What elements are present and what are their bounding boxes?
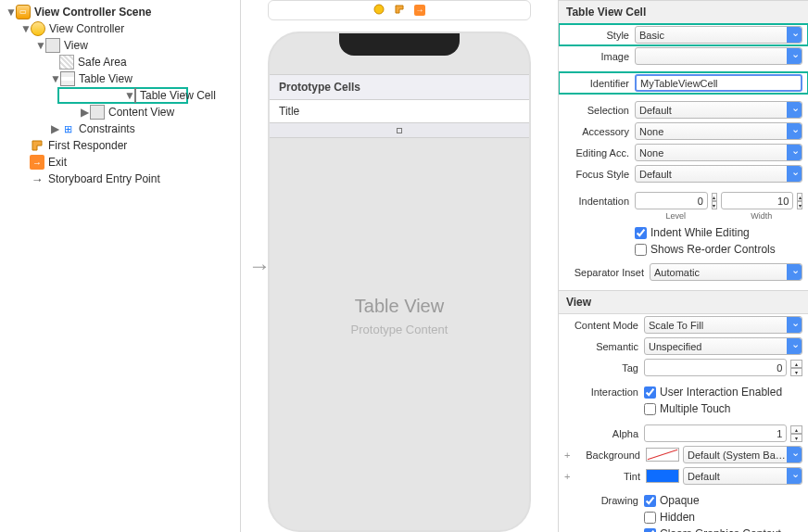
disclosure-icon[interactable]: ▶ xyxy=(50,122,59,135)
alpha-stepper[interactable]: ▴▾ xyxy=(790,425,802,442)
vc-dock-icon[interactable] xyxy=(373,4,385,18)
bg-label: Background xyxy=(579,450,640,461)
opaque-checkbox[interactable] xyxy=(644,495,656,507)
tag-stepper[interactable]: ▴▾ xyxy=(790,360,802,376)
storyboard-canvas[interactable]: → → Prototype Cells Title Table View Pro… xyxy=(241,0,558,532)
device-preview[interactable]: Prototype Cells Title Table View Prototy… xyxy=(268,32,531,532)
tint-select[interactable]: Default xyxy=(683,467,802,485)
vc-label[interactable]: View Controller xyxy=(49,22,124,35)
bg-swatch[interactable] xyxy=(646,448,679,462)
identifier-input[interactable] xyxy=(635,74,802,92)
tableview-label[interactable]: Table View xyxy=(79,72,133,85)
view-label[interactable]: View xyxy=(64,39,88,52)
indent-width-input[interactable] xyxy=(721,192,794,209)
drawing-label: Drawing xyxy=(564,495,638,506)
indent-editing-checkbox[interactable] xyxy=(635,227,647,239)
cell-icon xyxy=(134,88,136,103)
disclosure-icon[interactable]: ▼ xyxy=(124,89,133,102)
level-sublabel: Level xyxy=(635,211,717,221)
safearea-label[interactable]: Safe Area xyxy=(78,56,127,69)
editingacc-label: Editing Acc. xyxy=(564,147,629,158)
scene-dock[interactable]: → xyxy=(268,0,531,20)
uie-checkbox[interactable] xyxy=(644,386,656,399)
focus-select[interactable]: Default xyxy=(635,165,802,183)
entrypoint-icon: → xyxy=(30,171,44,186)
accessory-label: Accessory xyxy=(564,126,629,137)
semantic-label: Semantic xyxy=(564,341,638,352)
scene-label[interactable]: View Controller Scene xyxy=(34,6,152,19)
placeholder-subtitle: Prototype Content xyxy=(270,323,529,336)
opaque-label: Opaque xyxy=(660,494,700,507)
selection-handle[interactable] xyxy=(270,123,529,138)
disclosure-icon[interactable]: ▶ xyxy=(80,106,89,119)
disclosure-icon[interactable]: ▼ xyxy=(6,6,15,19)
prototype-cell[interactable]: Title xyxy=(270,100,529,123)
style-row: Style Basic xyxy=(559,24,808,45)
firstresponder-icon xyxy=(30,138,44,153)
entrypoint-label[interactable]: Storyboard Entry Point xyxy=(48,172,160,185)
contentview-icon xyxy=(90,105,105,120)
contentview-label[interactable]: Content View xyxy=(108,106,174,119)
image-select[interactable] xyxy=(635,47,802,65)
disclosure-icon[interactable]: ▼ xyxy=(20,22,30,35)
sepinset-select[interactable]: Automatic xyxy=(650,263,802,281)
hidden-checkbox[interactable] xyxy=(644,512,656,524)
style-label: Style xyxy=(564,30,629,41)
cell-label[interactable]: Table View Cell xyxy=(140,89,216,102)
placeholder-title: Table View xyxy=(270,296,529,317)
exit-label[interactable]: Exit xyxy=(48,156,67,169)
tag-input[interactable] xyxy=(644,359,787,376)
firstresponder-dock-icon[interactable] xyxy=(394,4,405,18)
selection-select[interactable]: Default xyxy=(635,101,802,119)
section-header-cell: Table View Cell xyxy=(559,0,808,24)
alpha-label: Alpha xyxy=(564,428,638,439)
empty-placeholder: Table View Prototype Content xyxy=(270,296,529,336)
bg-plus-icon[interactable]: + xyxy=(564,450,574,461)
exit-icon: → xyxy=(30,155,44,170)
contentmode-select[interactable]: Scale To Fill xyxy=(644,316,802,334)
uie-label: User Interaction Enabled xyxy=(660,386,782,399)
selection-label: Selection xyxy=(564,105,629,116)
indent-label: Indentation xyxy=(564,196,629,207)
document-outline[interactable]: ▼▭View Controller Scene ▼View Controller… xyxy=(0,0,241,532)
bg-select[interactable]: Default (System Ba… xyxy=(683,446,802,463)
level-stepper[interactable]: ▴▾ xyxy=(712,193,717,209)
firstresponder-label[interactable]: First Responder xyxy=(48,139,127,152)
constraints-icon: ⊞ xyxy=(60,121,75,136)
scene-icon: ▭ xyxy=(16,5,31,19)
clears-checkbox[interactable] xyxy=(644,528,656,533)
sepinset-label: Separator Inset xyxy=(564,267,644,278)
width-stepper[interactable]: ▴▾ xyxy=(797,193,802,209)
tint-plus-icon[interactable]: + xyxy=(564,471,574,482)
disclosure-icon[interactable]: ▼ xyxy=(50,72,59,85)
accessory-select[interactable]: None xyxy=(635,122,802,140)
semantic-select[interactable]: Unspecified xyxy=(644,337,802,355)
viewcontroller-icon xyxy=(31,21,45,36)
reorder-checkbox[interactable] xyxy=(635,244,647,256)
editingacc-select[interactable]: None xyxy=(635,144,802,161)
tint-swatch[interactable] xyxy=(646,469,679,483)
section-header-view: View xyxy=(559,290,808,314)
attributes-inspector[interactable]: Table View Cell Style Basic Image Identi… xyxy=(558,0,808,532)
clears-label: Clears Graphics Context xyxy=(660,527,781,532)
multitouch-checkbox[interactable] xyxy=(644,403,656,415)
image-label: Image xyxy=(564,51,629,62)
constraints-label[interactable]: Constraints xyxy=(79,122,135,135)
width-sublabel: Width xyxy=(721,211,803,221)
view-icon xyxy=(45,38,60,53)
device-notch xyxy=(339,33,460,56)
prototype-header: Prototype Cells xyxy=(270,74,529,100)
tableview-icon xyxy=(60,71,75,86)
contentmode-label: Content Mode xyxy=(564,320,638,331)
tag-label: Tag xyxy=(564,362,638,374)
alpha-input[interactable] xyxy=(644,424,787,442)
exit-dock-icon[interactable]: → xyxy=(414,5,425,16)
safearea-icon xyxy=(59,55,74,70)
handle-icon xyxy=(397,128,402,133)
hidden-label: Hidden xyxy=(660,511,695,524)
indent-level-input[interactable] xyxy=(635,192,708,209)
disclosure-icon[interactable]: ▼ xyxy=(35,39,44,52)
style-select[interactable]: Basic xyxy=(635,26,802,44)
interaction-label: Interaction xyxy=(564,386,638,398)
focus-label: Focus Style xyxy=(564,169,629,180)
